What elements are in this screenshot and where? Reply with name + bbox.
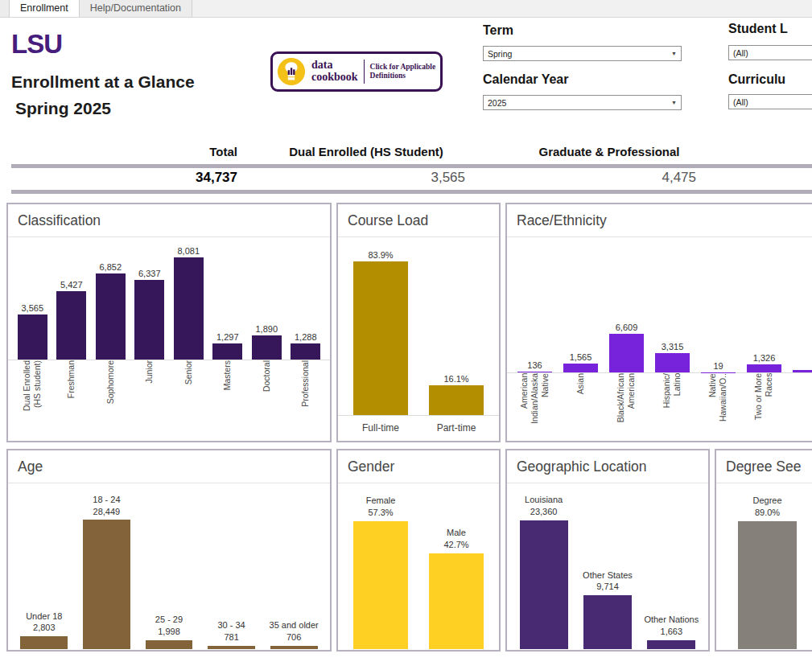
bar-senior[interactable]: [174, 257, 204, 360]
bar-label: Female 57.3%: [366, 495, 396, 519]
bar-label: Other Nations 1,663: [644, 614, 699, 638]
card-classification: Classification 3,5655,4276,8526,3378,081…: [6, 203, 332, 442]
category-axis: Dual Enrolled (HS student)FreshmanSophom…: [8, 360, 330, 442]
bar-value-label: 136: [527, 360, 542, 370]
plot-area: 83.9%16.1%: [338, 237, 499, 416]
filter-term-dropdown[interactable]: Spring ▼: [483, 46, 682, 61]
tab-stub: [0, 0, 10, 17]
chart-age: Under 18 2,80318 - 24 28,44925 - 29 1,99…: [8, 483, 330, 649]
bar-category-label: Native Hawaiian/O..: [707, 373, 728, 421]
summary-dual-enrolled-value: 3,565: [344, 170, 465, 186]
bar-cutoff[interactable]: [793, 370, 812, 372]
chart-title: Age: [8, 450, 330, 483]
plot-area: Under 18 2,80318 - 24 28,44925 - 29 1,99…: [8, 483, 330, 649]
bar-category-label: Dual Enrolled (HS student): [22, 360, 43, 411]
summary-rule-top: [11, 164, 812, 168]
card-geographic-location: Geographic Location Louisiana 23,360Othe…: [505, 449, 710, 652]
category-label-cell: Asian: [558, 373, 604, 440]
filter-term-value: Spring: [488, 49, 512, 59]
bar-category-label: Black/African American: [616, 373, 637, 422]
filter-calendar-year-value: 2025: [488, 98, 506, 108]
category-label-cell: Two or More Races: [741, 373, 787, 440]
bar-black/african-american[interactable]: [609, 334, 644, 372]
bar-25---29[interactable]: [146, 640, 193, 649]
bar-column: 1,565: [558, 237, 604, 372]
bar-column: 6,852: [91, 237, 130, 360]
category-label-cell: Dual Enrolled (HS student): [13, 360, 52, 442]
bar-other-nations[interactable]: [647, 640, 695, 649]
bar-category-label: Full-time: [362, 416, 399, 434]
bar-sophomore[interactable]: [96, 273, 126, 360]
filter-student-level-dropdown[interactable]: (All): [728, 45, 812, 60]
dashboard-subtitle: Spring 2025: [15, 99, 111, 118]
bar-hispanic/-latino[interactable]: [655, 353, 690, 372]
bar-value-label: 3,565: [21, 303, 43, 313]
category-label-cell: Full-time: [343, 416, 418, 442]
category-label-cell: American Indian/Alaska Native: [512, 373, 558, 440]
filter-calendar-year-label: Calendar Year: [483, 72, 568, 87]
bar-label: 25 - 29 1,998: [155, 614, 183, 638]
bar-american-indian/alaska-native[interactable]: [517, 372, 552, 372]
bar-junior[interactable]: [134, 280, 164, 360]
bar-value-label: 1,288: [295, 332, 317, 342]
bar-column: 6,337: [130, 237, 170, 360]
filter-curriculum-dropdown[interactable]: (All): [728, 94, 812, 109]
bar-other-states[interactable]: [583, 595, 632, 649]
bar-35-and-older[interactable]: [270, 646, 318, 649]
bar-louisiana[interactable]: [520, 520, 568, 649]
bar-value-label: 1,890: [255, 324, 278, 334]
cookbook-definitions-note: Click for Applicable Definitions: [370, 63, 436, 81]
lsu-logo: LSU: [11, 29, 62, 60]
bar-column: Other Nations 1,663: [640, 483, 703, 649]
filter-curriculum-value: (All): [733, 97, 748, 107]
bar-label: Under 18 2,803: [26, 610, 62, 635]
summary-total-label: Total: [117, 145, 237, 158]
tab-help-documentation[interactable]: Help/Documentation: [80, 0, 192, 17]
category-label-cell: Masters: [208, 360, 248, 442]
summary-rule-bottom: [11, 190, 812, 194]
bar-column: 18 - 24 28,449: [76, 483, 138, 649]
bar-value-label: 19: [713, 361, 723, 371]
bar-full-time[interactable]: [353, 261, 409, 415]
bar-professional[interactable]: [291, 343, 320, 360]
chart-race-ethnicity: 1361,5656,6093,315191,326 American India…: [507, 237, 812, 440]
bar-category-label: Sophomore: [105, 360, 116, 404]
bar-doctoral[interactable]: [252, 335, 282, 360]
bar-column: 136: [512, 237, 558, 372]
cookbook-wordmark: data cookbook: [311, 60, 358, 83]
data-cookbook-badge[interactable]: data cookbook Click for Applicable Defin…: [270, 51, 443, 92]
filter-curriculum-label: Curriculu: [728, 72, 785, 87]
chart-title: Course Load: [338, 204, 499, 237]
bar-freshman[interactable]: [56, 291, 86, 360]
chart-title: Degree See: [716, 450, 812, 483]
bar-18---24[interactable]: [83, 520, 130, 649]
category-label-cell: Doctoral: [247, 360, 286, 442]
filter-calendar-year-dropdown[interactable]: 2025 ▼: [483, 95, 682, 110]
category-label-cell: Professional: [286, 360, 326, 442]
bar-column: 1,297: [208, 237, 248, 360]
bar-label: 35 and older 706: [270, 619, 319, 643]
bar-column: [787, 237, 812, 372]
card-gender: Gender Female 57.3%Male 42.7%: [336, 449, 501, 652]
chevron-down-icon: ▼: [671, 51, 677, 56]
bar-masters[interactable]: [212, 343, 242, 360]
bar-degree[interactable]: [738, 521, 797, 649]
bar-30---34[interactable]: [208, 646, 255, 649]
category-label-cell: [787, 373, 812, 440]
bar-part-time[interactable]: [429, 385, 484, 415]
bar-label: Louisiana 23,360: [525, 494, 563, 518]
category-label-cell: Junior: [130, 360, 170, 442]
bar-male[interactable]: [429, 553, 484, 649]
bar-under-18[interactable]: [20, 636, 68, 649]
bar-value-label: 1,565: [570, 352, 592, 362]
bar-column: 1,326: [741, 237, 787, 372]
bar-value-label: 1,297: [216, 332, 239, 342]
bar-female[interactable]: [353, 521, 409, 650]
bar-value-label: 6,609: [616, 323, 638, 332]
bar-asian[interactable]: [563, 364, 598, 372]
bar-column: Under 18 2,803: [13, 483, 76, 649]
bar-dual-enrolled-(hs-student)[interactable]: [18, 314, 47, 360]
bar-two-or-more-races[interactable]: [747, 364, 781, 372]
bar-column: Male 42.7%: [418, 483, 494, 649]
tab-enrollment[interactable]: Enrollment: [10, 0, 80, 17]
